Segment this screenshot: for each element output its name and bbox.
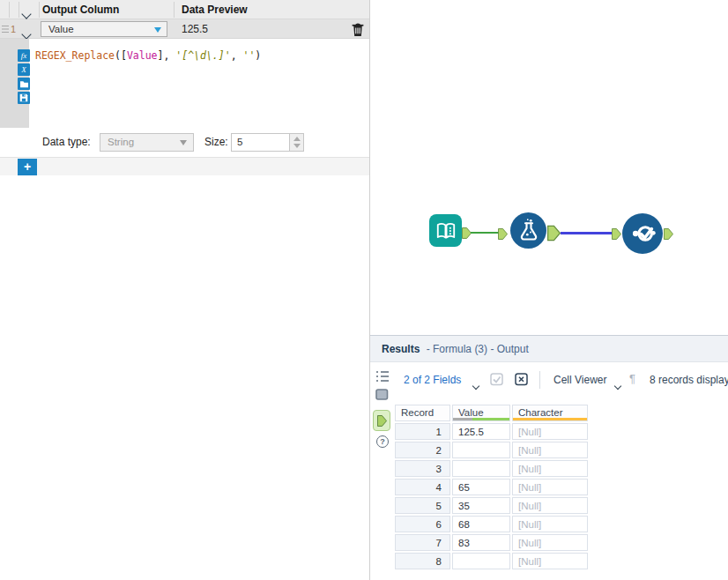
pilcrow-icon[interactable]: ¶ bbox=[629, 372, 635, 385]
cell-value[interactable] bbox=[452, 553, 510, 569]
cell-record[interactable]: 3 bbox=[395, 460, 450, 477]
cell-value[interactable]: 125.5 bbox=[452, 423, 510, 440]
add-expression-button[interactable]: + bbox=[18, 159, 37, 175]
clear-x-square-icon[interactable] bbox=[515, 373, 529, 386]
results-title-bar: Results - Formula (3) - Output bbox=[370, 336, 728, 362]
output-column-select[interactable]: Value bbox=[41, 21, 167, 37]
data-type-label: Data type: bbox=[42, 136, 91, 148]
data-type-value: String bbox=[108, 137, 134, 147]
formula-token: , bbox=[163, 49, 175, 62]
data-quality-bar bbox=[453, 418, 509, 420]
data-quality-bar bbox=[513, 418, 587, 420]
column-header-character[interactable]: Character bbox=[512, 405, 588, 421]
cell-value[interactable] bbox=[452, 460, 510, 477]
cell-value[interactable]: 65 bbox=[452, 479, 510, 495]
text-input-tool[interactable] bbox=[429, 214, 462, 247]
step-up-icon[interactable] bbox=[293, 137, 301, 141]
table-row: 3[Null] bbox=[395, 460, 588, 477]
browse-check-icon bbox=[626, 217, 659, 250]
input-anchor[interactable] bbox=[498, 228, 508, 240]
output-anchor-selected[interactable] bbox=[547, 224, 561, 242]
anchor-icon bbox=[377, 415, 387, 427]
columns-variables-icon[interactable]: X bbox=[18, 63, 30, 76]
metadata-list-icon[interactable] bbox=[375, 370, 390, 383]
saved-expressions-folder-icon[interactable] bbox=[18, 78, 30, 90]
drag-grip-icon[interactable] bbox=[2, 25, 9, 33]
cell-character[interactable]: [Null] bbox=[512, 460, 588, 477]
output-anchor-tab[interactable] bbox=[373, 410, 390, 431]
results-grid: RecordValueCharacter 1125.5[Null]2[Null]… bbox=[393, 403, 590, 571]
cell-character[interactable]: [Null] bbox=[512, 442, 588, 458]
workflow-canvas[interactable]: Value =REGEX_Replace([Value], '[^\d\.]',… bbox=[370, 0, 728, 335]
table-row: 535[Null] bbox=[395, 497, 588, 514]
chevron-down-icon[interactable] bbox=[473, 376, 479, 392]
cell-record[interactable]: 6 bbox=[395, 516, 450, 532]
formula-editor[interactable]: fx X REGEX_Replace([Value], '[^\d\.]', '… bbox=[0, 39, 369, 128]
dropdown-arrow-icon bbox=[154, 27, 161, 33]
data-view-icon[interactable] bbox=[375, 389, 389, 400]
cell-viewer-dropdown[interactable]: Cell Viewer bbox=[553, 374, 606, 386]
cell-record[interactable]: 8 bbox=[395, 553, 450, 569]
formula-token: REGEX_Replace bbox=[35, 49, 115, 62]
formula-token: Value bbox=[127, 49, 158, 62]
table-row: 783[Null] bbox=[395, 534, 588, 551]
formula-token: , bbox=[231, 49, 243, 62]
help-icon[interactable]: ? bbox=[376, 435, 389, 448]
browse-tool[interactable] bbox=[622, 213, 663, 254]
data-preview-value: 125.5 bbox=[182, 23, 208, 35]
row-number: 1 bbox=[11, 24, 16, 34]
fields-dropdown[interactable]: 2 of 2 Fields bbox=[404, 374, 461, 386]
output-anchor[interactable] bbox=[664, 228, 673, 240]
cell-character[interactable]: [Null] bbox=[512, 516, 588, 532]
dropdown-arrow-icon bbox=[180, 140, 187, 145]
results-panel: Results - Formula (3) - Output ? 2 of 2 … bbox=[370, 335, 728, 580]
table-row: 668[Null] bbox=[395, 516, 588, 532]
formula-token: '' bbox=[242, 49, 255, 62]
formula-token: ) bbox=[255, 49, 261, 62]
formula-tool[interactable] bbox=[510, 212, 546, 249]
cell-record[interactable]: 5 bbox=[395, 497, 450, 514]
size-label: Size: bbox=[204, 136, 228, 148]
results-subtitle: - Formula (3) - Output bbox=[427, 343, 529, 355]
cell-character[interactable]: [Null] bbox=[512, 534, 588, 551]
table-row: 2[Null] bbox=[395, 442, 588, 458]
formula-token: [ bbox=[121, 49, 127, 62]
column-header-value[interactable]: Value bbox=[452, 405, 510, 421]
cell-record[interactable]: 4 bbox=[395, 479, 450, 495]
cell-character[interactable]: [Null] bbox=[512, 479, 588, 495]
cell-value[interactable]: 68 bbox=[452, 516, 510, 532]
column-header-record[interactable]: Record bbox=[395, 405, 450, 421]
cell-character[interactable]: [Null] bbox=[512, 423, 588, 440]
expression-row: 1 Value 125.5 bbox=[0, 19, 369, 39]
open-book-icon bbox=[435, 219, 457, 242]
cell-value[interactable]: 83 bbox=[452, 534, 510, 551]
cell-record[interactable]: 7 bbox=[395, 534, 450, 551]
grid-header-row: RecordValueCharacter bbox=[395, 405, 588, 421]
cell-character[interactable]: [Null] bbox=[512, 553, 588, 569]
cell-record[interactable]: 1 bbox=[395, 423, 450, 440]
chevron-down-icon[interactable] bbox=[615, 376, 620, 392]
cell-value[interactable] bbox=[452, 442, 510, 458]
formula-expression[interactable]: REGEX_Replace([Value], '[^\d\.]', '') bbox=[35, 49, 261, 62]
size-input[interactable]: 5 bbox=[231, 133, 304, 152]
formula-token: ( bbox=[115, 49, 121, 62]
functions-icon[interactable]: fx bbox=[18, 49, 30, 62]
output-column-header: Output Column bbox=[42, 4, 119, 16]
records-count: 8 records displayed bbox=[650, 374, 728, 386]
delete-expression-icon[interactable] bbox=[351, 22, 365, 37]
data-type-select[interactable]: String bbox=[100, 133, 194, 152]
cell-record[interactable]: 2 bbox=[395, 442, 450, 458]
table-row: 8[Null] bbox=[395, 553, 588, 569]
toolbar-separator bbox=[539, 371, 540, 389]
input-anchor[interactable] bbox=[612, 228, 621, 240]
checkbox-check-icon[interactable] bbox=[490, 373, 504, 386]
size-stepper[interactable] bbox=[289, 134, 303, 151]
connection-blue[interactable] bbox=[561, 232, 612, 234]
alteryx-designer-window: Output Column Data Preview 1 Value 125.5… bbox=[0, 0, 728, 580]
cell-value[interactable]: 35 bbox=[452, 497, 510, 514]
cell-character[interactable]: [Null] bbox=[512, 497, 588, 514]
expression-grid-header: Output Column Data Preview bbox=[0, 0, 369, 19]
table-row: 465[Null] bbox=[395, 479, 588, 495]
step-down-icon[interactable] bbox=[293, 144, 301, 148]
save-expression-icon[interactable] bbox=[18, 92, 30, 104]
